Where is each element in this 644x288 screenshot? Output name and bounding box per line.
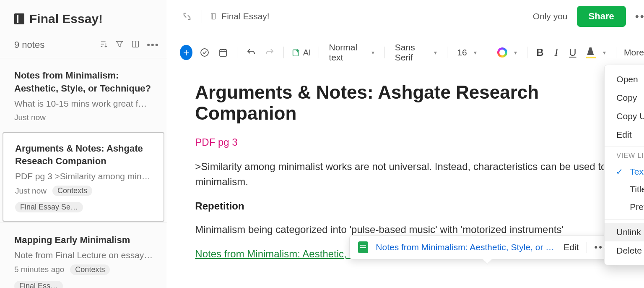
task-icon[interactable] bbox=[198, 45, 211, 60]
underline-button[interactable]: U bbox=[567, 47, 578, 58]
undo-icon[interactable] bbox=[245, 45, 257, 60]
ctx-view-preview-label: Preview bbox=[630, 202, 644, 212]
chevron-down-icon: ▾ bbox=[434, 49, 437, 56]
highlight-select[interactable]: ▾ bbox=[584, 46, 608, 59]
view-toggle-icon[interactable] bbox=[131, 39, 140, 50]
note-tag[interactable]: Contexts bbox=[70, 264, 110, 275]
ctx-copy[interactable]: Copy bbox=[605, 89, 644, 107]
note-item-time: 5 minutes ago bbox=[14, 265, 64, 274]
note-item-time: Just now bbox=[14, 113, 46, 122]
ctx-view-text[interactable]: ✓ Text bbox=[605, 163, 644, 181]
note-item-time: Just now bbox=[15, 186, 47, 196]
separator bbox=[384, 47, 385, 58]
bold-button[interactable]: B bbox=[535, 47, 545, 58]
section-heading[interactable]: Repetition bbox=[195, 200, 637, 212]
notebook-breadcrumb[interactable]: Final Essay! bbox=[210, 11, 269, 21]
ai-label: AI bbox=[303, 48, 311, 58]
chevron-down-icon: ▾ bbox=[474, 49, 477, 56]
separator bbox=[237, 47, 237, 58]
ctx-open[interactable]: Open bbox=[605, 70, 644, 89]
note-item-snippet: Note from Final Lecture on essay… bbox=[14, 250, 153, 260]
font-family-select[interactable]: Sans Serif ▾ bbox=[392, 41, 439, 64]
sidebar: Final Essay! 9 notes ••• Notes from Mini… bbox=[0, 0, 167, 288]
topbar: Final Essay! Only you Share ••• bbox=[167, 0, 644, 33]
note-item-title: Notes from Minimalism: Aesthetic, Style,… bbox=[14, 69, 153, 95]
font-family-value: Sans Serif bbox=[395, 42, 427, 63]
italic-button[interactable]: I bbox=[551, 46, 561, 59]
text-color-select[interactable]: ▾ bbox=[495, 46, 519, 59]
more-icon[interactable]: ••• bbox=[147, 40, 156, 50]
ctx-unlink[interactable]: Unlink bbox=[605, 223, 644, 241]
insert-button[interactable]: + bbox=[180, 45, 192, 60]
sidebar-actions: ••• bbox=[99, 39, 156, 50]
document-title[interactable]: Arguments & Notes: Ashgate Research Comp… bbox=[195, 82, 637, 124]
separator bbox=[202, 10, 202, 23]
editor-toolbar: + AI Normal text ▾ Sans Serif ▾ bbox=[167, 33, 644, 72]
ctx-copy-url[interactable]: Copy URL bbox=[605, 107, 644, 126]
note-item-meta: Just now bbox=[14, 113, 153, 122]
tooltip-edit-button[interactable]: Edit bbox=[564, 242, 579, 252]
ctx-view-text-label: Text bbox=[630, 167, 644, 177]
svg-point-4 bbox=[201, 49, 208, 56]
ai-button[interactable]: AI bbox=[291, 48, 311, 58]
visibility-label[interactable]: Only you bbox=[533, 11, 568, 21]
separator bbox=[616, 47, 616, 58]
note-item-snippet: PDF pg 3 >Similarity among min… bbox=[15, 171, 152, 181]
redo-icon[interactable] bbox=[263, 45, 276, 60]
svg-rect-2 bbox=[211, 13, 216, 19]
chevron-down-icon: ▾ bbox=[514, 49, 517, 56]
note-item-meta: Just now Contexts Final Essay Se… bbox=[15, 186, 152, 212]
filter-icon[interactable] bbox=[115, 39, 124, 50]
note-item-title: Mapping Early Minimalism bbox=[14, 234, 153, 247]
expand-icon[interactable] bbox=[180, 9, 194, 24]
sort-icon[interactable] bbox=[99, 39, 108, 50]
highlight-icon bbox=[586, 47, 596, 58]
note-item[interactable]: Notes from Minimalism: Aesthetic, Style,… bbox=[0, 58, 167, 131]
ctx-delete[interactable]: Delete bbox=[605, 241, 644, 260]
paragraph[interactable]: >Similarity among minimalist works are n… bbox=[195, 159, 637, 189]
sidebar-subheader: 9 notes ••• bbox=[0, 29, 167, 58]
separator bbox=[447, 47, 447, 58]
note-item-meta: 5 minutes ago Contexts Final Ess… bbox=[14, 264, 153, 288]
separator bbox=[283, 47, 284, 58]
ctx-view-title[interactable]: ✓ Title bbox=[605, 181, 644, 198]
ctx-heading-view-as: VIEW LINK AS bbox=[605, 147, 644, 163]
note-tag[interactable]: Final Ess… bbox=[14, 281, 63, 288]
notebook-title: Final Essay! bbox=[29, 12, 103, 26]
color-ring-icon bbox=[497, 47, 507, 58]
notebook-title-row[interactable]: Final Essay! bbox=[14, 12, 153, 26]
notebook-icon bbox=[14, 13, 24, 24]
breadcrumb-label: Final Essay! bbox=[221, 11, 269, 21]
paragraph-style-value: Normal text bbox=[329, 42, 364, 63]
note-count: 9 notes bbox=[14, 39, 44, 50]
link-context-menu: Open Copy Copy URL Edit VIEW LINK AS ✓ T… bbox=[604, 65, 644, 265]
separator bbox=[587, 242, 587, 253]
separator bbox=[487, 47, 487, 58]
calendar-icon[interactable] bbox=[217, 45, 229, 60]
ctx-view-title-label: Title bbox=[630, 184, 644, 194]
tooltip-link-title[interactable]: Notes from Minimalism: Aesthetic, Style,… bbox=[376, 242, 556, 252]
note-item-selected[interactable]: Arguments & Notes: Ashgate Reseach Compa… bbox=[3, 132, 164, 222]
note-item-snippet: What is 10-15 mins work great f… bbox=[14, 99, 153, 109]
more-formatting[interactable]: More ▾ bbox=[624, 47, 644, 58]
paragraph-style-select[interactable]: Normal text ▾ bbox=[326, 41, 377, 64]
note-item[interactable]: Mapping Early Minimalism Note from Final… bbox=[0, 223, 167, 288]
main: Final Essay! Only you Share ••• + AI bbox=[167, 0, 644, 288]
note-tag[interactable]: Final Essay Se… bbox=[15, 202, 83, 212]
share-button[interactable]: Share bbox=[577, 6, 626, 27]
separator bbox=[605, 219, 644, 220]
font-size-select[interactable]: 16 ▾ bbox=[454, 46, 479, 59]
pdf-reference[interactable]: PDF pg 3 bbox=[195, 136, 637, 148]
note-list: Notes from Minimalism: Aesthetic, Style,… bbox=[0, 58, 167, 288]
more-label: More bbox=[624, 47, 644, 58]
link-tooltip: Notes from Minimalism: Aesthetic, Style,… bbox=[349, 235, 616, 259]
separator bbox=[527, 47, 527, 58]
sidebar-header: Final Essay! bbox=[0, 0, 167, 29]
note-tag[interactable]: Contexts bbox=[52, 186, 92, 196]
note-item-title: Arguments & Notes: Ashgate Reseach Compa… bbox=[15, 142, 152, 168]
note-more-icon[interactable]: ••• bbox=[635, 10, 644, 23]
topbar-right: Only you Share ••• bbox=[533, 6, 644, 27]
ctx-view-preview[interactable]: ✓ Preview bbox=[605, 198, 644, 216]
svg-rect-5 bbox=[220, 50, 226, 56]
ctx-edit[interactable]: Edit bbox=[605, 126, 644, 144]
